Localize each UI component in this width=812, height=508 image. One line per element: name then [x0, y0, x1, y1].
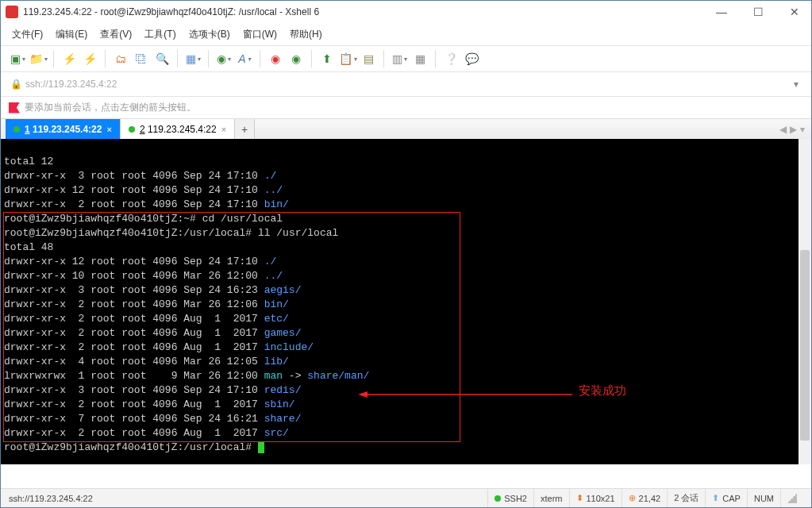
- disconnect-icon[interactable]: ⚡: [81, 50, 98, 67]
- feedback-icon[interactable]: 💬: [463, 50, 480, 67]
- lock-icon: 🔒: [10, 79, 22, 90]
- menu-edit[interactable]: 编辑(E): [56, 28, 87, 41]
- xftp-icon[interactable]: ▤: [360, 50, 377, 67]
- tab-session-1[interactable]: 1 119.23.245.4:22 ×: [6, 119, 121, 139]
- cursor: [258, 441, 264, 453]
- menu-window[interactable]: 窗口(W): [243, 28, 277, 41]
- status-size: ⬍ 110x21: [569, 489, 622, 507]
- search-icon[interactable]: 🔍: [153, 50, 171, 67]
- status-sessions: 2 会话: [667, 489, 705, 507]
- scroll-thumb[interactable]: [800, 250, 810, 441]
- menu-file[interactable]: 文件(F): [12, 28, 43, 41]
- close-button[interactable]: ✕: [783, 6, 806, 18]
- reconnect-icon[interactable]: ⚡: [60, 50, 78, 67]
- tile-horizontal-icon[interactable]: ▥: [391, 50, 408, 67]
- flag-icon: [9, 102, 20, 114]
- maximize-button[interactable]: ☐: [746, 6, 770, 18]
- menubar: 文件(F) 编辑(E) 查看(V) 工具(T) 选项卡(B) 窗口(W) 帮助(…: [1, 23, 811, 45]
- transfer-icon[interactable]: ⬆: [318, 50, 336, 67]
- tab-session-2[interactable]: 2 119.23.245.4:22 ×: [121, 119, 235, 139]
- new-session-icon[interactable]: ▣: [9, 50, 26, 67]
- font-icon[interactable]: A: [236, 50, 253, 67]
- tab-scroll-right-icon[interactable]: ▶: [790, 124, 797, 135]
- status-num: NUM: [747, 489, 780, 507]
- address-bar: 🔒 ssh://119.23.245.4:22 ▾: [1, 72, 811, 96]
- status-address: ssh://119.23.245.4:22: [9, 494, 93, 503]
- status-dot-icon: [13, 126, 20, 133]
- close-tab-icon[interactable]: ×: [221, 125, 226, 134]
- encoding-icon[interactable]: ◉: [215, 50, 233, 67]
- status-cursor: ⊕ 21,42: [622, 489, 668, 507]
- window-title: 119.23.245.4:22 - root@iZwz9bjiawhqzf40o…: [23, 6, 710, 17]
- logging-start-icon[interactable]: ◉: [287, 50, 305, 67]
- tile-vertical-icon[interactable]: ▦: [411, 50, 429, 67]
- logging-stop-icon[interactable]: ◉: [267, 50, 284, 67]
- resize-grip[interactable]: [780, 489, 803, 507]
- toolbar: ▣ 📁 ⚡ ⚡ 🗂 ⿻ 🔍 ▦ ◉ A ◉ ◉ ⬆ 📋 ▤ ▥ ▦ ❔ 💬: [1, 45, 811, 72]
- titlebar: 119.23.245.4:22 - root@iZwz9bjiawhqzf40o…: [1, 1, 811, 23]
- menu-view[interactable]: 查看(V): [100, 28, 132, 41]
- app-icon: [6, 6, 18, 18]
- hint-bar: 要添加当前会话，点击左侧的箭头按钮。: [1, 96, 811, 118]
- properties-icon[interactable]: 🗂: [112, 50, 129, 67]
- status-term: xterm: [533, 489, 569, 507]
- close-tab-icon[interactable]: ×: [106, 125, 111, 134]
- annotation-label: 安装成功: [579, 383, 626, 398]
- script-icon[interactable]: 📋: [339, 50, 356, 67]
- session-tabs: 1 119.23.245.4:22 × 2 119.23.245.4:22 × …: [1, 118, 811, 139]
- color-scheme-icon[interactable]: ▦: [184, 50, 202, 67]
- status-cap: ⬆ CAP: [705, 489, 747, 507]
- tab-scroll-left-icon[interactable]: ◀: [779, 124, 787, 135]
- tab-list-icon[interactable]: ▾: [800, 124, 805, 135]
- open-folder-icon[interactable]: 📁: [29, 50, 47, 67]
- status-dot-icon: [129, 126, 135, 133]
- hint-text: 要添加当前会话，点击左侧的箭头按钮。: [25, 101, 196, 114]
- status-protocol: SSH2: [487, 489, 533, 507]
- minimize-button[interactable]: —: [710, 6, 733, 18]
- address-dropdown-icon[interactable]: ▾: [789, 79, 803, 90]
- help-icon[interactable]: ❔: [442, 50, 460, 67]
- copy-icon[interactable]: ⿻: [133, 50, 150, 67]
- menu-help[interactable]: 帮助(H): [290, 28, 322, 41]
- menu-tools[interactable]: 工具(T): [144, 28, 175, 41]
- terminal[interactable]: total 12 drwxr-xr-x 3 root root 4096 Sep…: [1, 139, 811, 464]
- scrollbar[interactable]: [799, 139, 811, 464]
- address-url[interactable]: ssh://119.23.245.4:22: [25, 79, 789, 90]
- statusbar: ssh://119.23.245.4:22 SSH2 xterm ⬍ 110x2…: [1, 488, 811, 507]
- new-tab-button[interactable]: +: [235, 119, 255, 139]
- menu-tabs[interactable]: 选项卡(B): [189, 28, 230, 41]
